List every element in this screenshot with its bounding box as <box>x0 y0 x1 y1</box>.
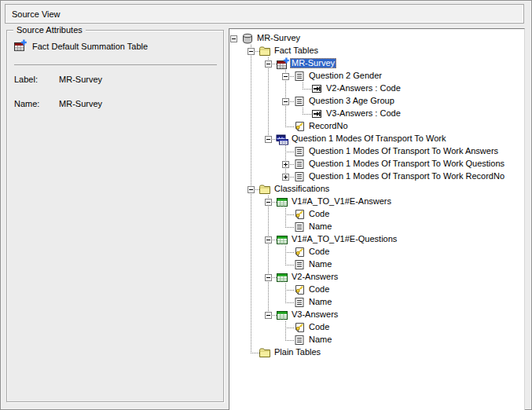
class-table-icon[interactable] <box>276 233 288 247</box>
tree-item[interactable]: Question 1 Modes Of Transport To Work Re… <box>229 170 524 183</box>
tree-item[interactable]: Code <box>229 321 524 334</box>
tree-item-label[interactable]: Question 1 Modes Of Transport To Work <box>290 134 447 144</box>
tree-item-label[interactable]: MR-Survey <box>290 58 336 68</box>
tree-expander-minus[interactable] <box>248 186 255 193</box>
tree-expander-plus[interactable] <box>282 174 289 181</box>
tree-item-label[interactable]: Fact Tables <box>273 46 320 56</box>
tree-item-label[interactable]: Classifications <box>273 184 331 194</box>
tree-item-label[interactable]: Question 1 Modes Of Transport To Work An… <box>307 146 500 156</box>
tree-item[interactable]: V1#A_TO_V1#E-Questions <box>229 233 524 246</box>
list-icon[interactable] <box>293 334 306 347</box>
tree-item[interactable]: V3-Answers <box>229 309 524 321</box>
link-arrow-icon[interactable] <box>310 108 323 121</box>
name-value: MR-Survey <box>59 99 102 108</box>
tree-item-label[interactable]: Plain Tables <box>273 347 322 357</box>
key-icon[interactable] <box>293 321 306 335</box>
tree-item[interactable]: Code <box>229 246 524 258</box>
tree-expander-minus[interactable] <box>265 312 272 319</box>
database-icon[interactable] <box>241 32 254 46</box>
folder-icon[interactable] <box>259 45 271 58</box>
tree-item-label[interactable]: MR-Survey <box>255 33 302 43</box>
tree-expander-minus[interactable] <box>265 199 272 206</box>
tree-item-label[interactable]: RecordNo <box>307 121 350 131</box>
tree-item[interactable]: V2-Answers <box>229 271 524 284</box>
list-icon[interactable] <box>293 170 306 184</box>
tree-item[interactable]: MR-Survey <box>229 32 524 45</box>
tree-item[interactable]: Name <box>229 258 524 271</box>
list-icon[interactable] <box>293 158 306 171</box>
tree-item[interactable]: Plain Tables <box>229 346 524 359</box>
tree-item[interactable]: V1#A_TO_V1#E-Answers <box>229 196 524 208</box>
list-icon[interactable] <box>293 70 306 83</box>
tree-item-label[interactable]: Code <box>307 322 331 332</box>
key-icon[interactable] <box>293 246 306 259</box>
tree-connector-line <box>268 120 269 133</box>
tree-expander-minus[interactable] <box>282 73 289 80</box>
tree-expander-minus[interactable] <box>265 60 272 68</box>
folder-icon[interactable] <box>259 346 271 360</box>
tree-connector-line <box>251 120 251 133</box>
tree-item[interactable]: Code <box>229 208 524 221</box>
tree-connector-line <box>251 208 251 221</box>
tree-item[interactable]: RecordNo <box>229 120 524 133</box>
tree-item[interactable]: V3-Answers : Code <box>229 108 524 120</box>
tree-item-label[interactable]: V3-Answers <box>290 309 339 320</box>
tree-item-label[interactable]: V2-Answers : Code <box>325 83 402 93</box>
tree-item-label[interactable]: Question 1 Modes Of Transport To Work Re… <box>307 171 506 181</box>
list-icon[interactable] <box>293 95 306 108</box>
tree-item-label[interactable]: V3-Answers : Code <box>325 108 402 119</box>
tree-item[interactable]: Question 2 Gender <box>229 70 524 82</box>
tree-item-label[interactable]: V2-Answers <box>290 272 339 282</box>
tree-item-label[interactable]: Code <box>307 284 331 295</box>
source-attributes-legend: Source Attributes <box>13 24 86 35</box>
tree-item-label[interactable]: Code <box>307 247 331 257</box>
list-icon[interactable] <box>293 145 306 159</box>
tree-expander-minus[interactable] <box>248 48 255 55</box>
tree-item-label[interactable]: V1#A_TO_V1#E-Answers <box>290 196 393 207</box>
tree-item-label[interactable]: Question 3 Age Group <box>307 96 396 106</box>
tree-connector-line <box>251 170 251 183</box>
tree-expander-plus[interactable] <box>282 161 289 168</box>
tree-item[interactable]: Fact Tables <box>229 45 524 57</box>
tree-item[interactable]: Question 1 Modes Of Transport To Work <box>229 133 524 145</box>
tree-item[interactable]: Name <box>229 221 524 233</box>
separator <box>14 64 217 65</box>
list-icon[interactable] <box>293 221 306 234</box>
tree-item-label[interactable]: Name <box>307 297 333 307</box>
tree-item-label[interactable]: Question 1 Modes Of Transport To Work Qu… <box>307 159 506 169</box>
tree-item-label[interactable]: V1#A_TO_V1#E-Questions <box>290 234 398 244</box>
key-icon[interactable] <box>293 208 306 221</box>
class-table-icon[interactable] <box>276 271 288 284</box>
tree-item[interactable]: MR-Survey <box>229 57 524 70</box>
tree-item-label[interactable]: Name <box>307 259 333 269</box>
class-table-icon[interactable] <box>276 309 288 322</box>
list-icon[interactable] <box>293 296 306 309</box>
tree-item[interactable]: Question 1 Modes Of Transport To Work An… <box>229 145 524 158</box>
tree-expander-minus[interactable] <box>265 236 272 243</box>
source-tree: MR-SurveyFact TablesMR-SurveyQuestion 2 … <box>229 28 525 410</box>
tree-item[interactable]: Question 3 Age Group <box>229 95 524 108</box>
tree-item-label[interactable]: Question 2 Gender <box>307 71 383 81</box>
folder-icon[interactable] <box>259 183 271 196</box>
tree-item[interactable]: Name <box>229 296 524 309</box>
tree-expander-minus[interactable] <box>282 98 289 105</box>
link-arrow-icon[interactable] <box>310 82 323 96</box>
tree-item[interactable]: Code <box>229 284 524 296</box>
class-table-icon[interactable] <box>276 196 288 209</box>
tree-item[interactable]: Question 1 Modes Of Transport To Work Qu… <box>229 158 524 170</box>
list-icon[interactable] <box>293 258 306 272</box>
tree-item[interactable]: Name <box>229 334 524 346</box>
tree-expander-minus[interactable] <box>265 274 272 281</box>
tree-item-label[interactable]: Name <box>307 221 333 232</box>
multi-table-icon[interactable] <box>276 133 288 146</box>
tree-connector-line <box>285 334 286 340</box>
key-icon[interactable] <box>293 120 306 134</box>
fact-table-icon[interactable] <box>276 57 288 71</box>
tree-expander-minus[interactable] <box>230 35 237 42</box>
key-icon[interactable] <box>293 284 306 297</box>
tree-item-label[interactable]: Code <box>307 209 331 219</box>
tree-item[interactable]: V2-Answers : Code <box>229 82 524 95</box>
tree-item[interactable]: Classifications <box>229 183 524 196</box>
tree-expander-minus[interactable] <box>265 136 272 143</box>
tree-item-label[interactable]: Name <box>307 335 333 345</box>
